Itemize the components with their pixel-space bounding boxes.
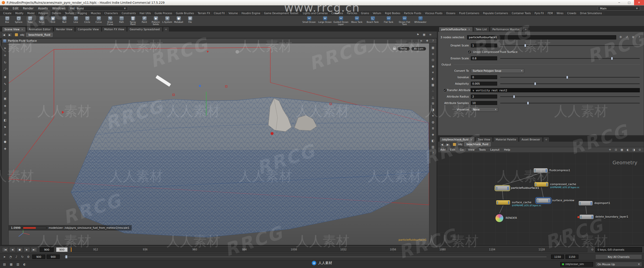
- shelf-tool-guided-ocean-layer[interactable]: ≈Guided Ocean Layer: [333, 16, 349, 26]
- param-field-isovalue[interactable]: 0: [471, 75, 497, 79]
- rotate-icon[interactable]: ↻: [3, 60, 8, 65]
- menu-windows[interactable]: Windows: [50, 6, 68, 11]
- shelf-tool-l-system[interactable]: ⋔L-System: [162, 16, 173, 26]
- slider-handle[interactable]: [524, 44, 526, 47]
- node-dopimport1[interactable]: dopimport1: [578, 201, 593, 206]
- shelf-tab-constraints[interactable]: Constraints: [120, 11, 138, 15]
- handles-visibility-icon[interactable]: ◈: [431, 132, 435, 137]
- breadcrumb-root[interactable]: obj: [20, 33, 25, 36]
- shelf-tab-lights-and-cameras[interactable]: Lights and Cameras: [301, 11, 330, 15]
- node-surface-cache[interactable]: surface_cache$HIPNAME.$OS.$F.bgeo.sc: [496, 200, 510, 205]
- shelf-tab-fluid-containers[interactable]: Fluid Containers: [458, 11, 481, 15]
- material-icon[interactable]: ◍: [431, 120, 435, 124]
- camera-icon[interactable]: ◉: [431, 64, 435, 68]
- shelf-tab-polygon[interactable]: Polygon: [36, 11, 50, 15]
- shelf-tool-metaball[interactable]: ●Metaball: [173, 16, 184, 26]
- jump-end-button[interactable]: ▶|: [31, 247, 37, 252]
- tab-geometry-spreadsheet[interactable]: Geometry Spreadsheet: [127, 27, 162, 31]
- shelf-tab-model[interactable]: Model: [25, 11, 36, 15]
- shelf-tab-collisions[interactable]: Collisions: [330, 11, 345, 15]
- scale-slider[interactable]: [23, 227, 46, 229]
- close-icon[interactable]: ×: [468, 28, 470, 31]
- range-end-field[interactable]: 1150: [551, 255, 564, 259]
- persp-view-button[interactable]: Persp: [398, 47, 410, 51]
- help-icon[interactable]: ?: [637, 35, 641, 39]
- network-menu-tools[interactable]: Tools: [477, 148, 488, 151]
- back-button[interactable]: ◀: [2, 32, 6, 37]
- shelf-tool-platonic-solids[interactable]: ◆Platonic Solids: [150, 16, 162, 26]
- shelf-tool-small-ocean[interactable]: ≈Small Ocean: [301, 16, 317, 26]
- select-geometry-icon[interactable]: ▣: [3, 96, 8, 101]
- selected-node-field[interactable]: particlefluidsurface1: [467, 35, 616, 39]
- audio-icon[interactable]: ♪: [14, 254, 19, 259]
- param-field-erosion-scale[interactable]: 0.8: [471, 56, 497, 60]
- play-reverse-button[interactable]: ◀: [9, 247, 16, 252]
- memory-icon[interactable]: ▥: [16, 262, 20, 267]
- viewport-3d[interactable]: Persp No cam 1.0999 modelsizer: /obj/pyr…: [9, 43, 429, 245]
- main-desktop-selector[interactable]: Main▼: [598, 6, 640, 11]
- shelf-tool-sphere[interactable]: ◯Sphere: [13, 16, 24, 26]
- loop-icon[interactable]: ↻: [20, 254, 25, 259]
- help-icon[interactable]: ?: [431, 151, 435, 155]
- shelf-tool-whitewater[interactable]: ∴Whitewater: [412, 16, 428, 26]
- forward-button[interactable]: ▶: [7, 32, 12, 37]
- shelf-tab-oceans[interactable]: Oceans: [444, 11, 458, 15]
- object-appearance-icon[interactable]: ◧: [431, 138, 435, 143]
- list-icon[interactable]: ≡: [3, 132, 8, 137]
- shelf-tab-populate-containers[interactable]: Populate Containers: [481, 11, 510, 15]
- reset-icon[interactable]: ↺: [625, 35, 629, 39]
- range-end-field2[interactable]: 1150: [566, 255, 578, 259]
- flag-icon[interactable]: ⚑: [3, 125, 8, 130]
- param-field-attribute-radius[interactable]: 2: [471, 95, 497, 98]
- scale-icon[interactable]: ⤢: [3, 67, 8, 72]
- shelf-tab-fem[interactable]: FEM: [546, 11, 555, 15]
- shelf-tab-viscous-fluids[interactable]: Viscous Fluids: [423, 11, 444, 15]
- shelf-tool-curve[interactable]: ~Curve: [93, 16, 104, 26]
- stop-button[interactable]: ■: [16, 247, 23, 252]
- play-button[interactable]: ▶: [24, 247, 30, 252]
- menu-icon[interactable]: ≣: [631, 35, 635, 39]
- shelf-tab-rigid-bodies[interactable]: Rigid Bodies: [383, 11, 402, 15]
- minimize-button[interactable]: ─: [614, 0, 624, 5]
- shelf-tool-path[interactable]: ⌒Path: [116, 16, 127, 26]
- network-menu-view[interactable]: View: [466, 148, 477, 151]
- tab-obj-beachtank-fluid[interactable]: /obj/beachtank_fluid×: [440, 137, 475, 142]
- menu-edit[interactable]: Edit: [10, 6, 20, 11]
- shelf-tool-flat-tank[interactable]: ▭Flat Tank: [381, 16, 396, 26]
- slider-handle[interactable]: [611, 57, 613, 60]
- shelf-tab-container-tools[interactable]: Container Tools: [510, 11, 533, 15]
- param-slider-attribute-radius[interactable]: [500, 96, 640, 97]
- flag-icon[interactable]: ⚑: [416, 33, 420, 37]
- wireframe-icon[interactable]: ▩: [431, 83, 435, 87]
- shelf-tab-vellum[interactable]: Vellum: [371, 11, 383, 15]
- frame-selected-icon[interactable]: ⊡: [431, 58, 435, 62]
- snap-icon[interactable]: ◈: [3, 103, 8, 108]
- points-display-icon[interactable]: ∴: [431, 89, 435, 93]
- edit-icon[interactable]: ✎: [3, 82, 8, 86]
- pin-icon[interactable]: ✛: [608, 148, 612, 152]
- network-breadcrumb-node[interactable]: beachtank_fluid: [464, 142, 491, 146]
- new-tab-button[interactable]: +: [522, 27, 529, 31]
- current-frame-field[interactable]: 900: [40, 248, 54, 252]
- new-tab-button[interactable]: +: [163, 27, 169, 31]
- playhead-marker[interactable]: [71, 248, 72, 252]
- visualizer-icon[interactable]: ✦: [431, 114, 435, 118]
- network-menu-layout[interactable]: Layout: [488, 148, 502, 151]
- tab-material-palette[interactable]: Material Palette: [493, 137, 518, 142]
- shelf-tool-box[interactable]: □Box: [2, 16, 13, 26]
- gear-icon[interactable]: ⚙: [619, 35, 623, 39]
- cook-status-icon[interactable]: ◐: [22, 262, 27, 267]
- network-menu-go[interactable]: Go: [458, 148, 466, 151]
- handles-icon[interactable]: ◉: [3, 75, 8, 79]
- scale-value[interactable]: 1.0999: [11, 226, 20, 230]
- shelf-tool-wave-tank[interactable]: ▭Wave Tank: [349, 16, 365, 26]
- shelf-tab-cloud-fx[interactable]: Cloud FX: [212, 11, 226, 15]
- range-start-field2[interactable]: 900: [47, 255, 60, 259]
- checkbox-union-compressed-fluid-surface[interactable]: ✓: [468, 50, 471, 54]
- range-slider-handle[interactable]: [65, 255, 68, 259]
- breadcrumb-node[interactable]: beachtank_fluid: [26, 33, 53, 37]
- menu-file[interactable]: File: [1, 6, 10, 11]
- playbar-settings-icon[interactable]: ⚙: [26, 254, 31, 259]
- slider-handle[interactable]: [527, 101, 529, 105]
- shelf-tool-spray-paint[interactable]: ▒Spray Paint: [127, 16, 139, 26]
